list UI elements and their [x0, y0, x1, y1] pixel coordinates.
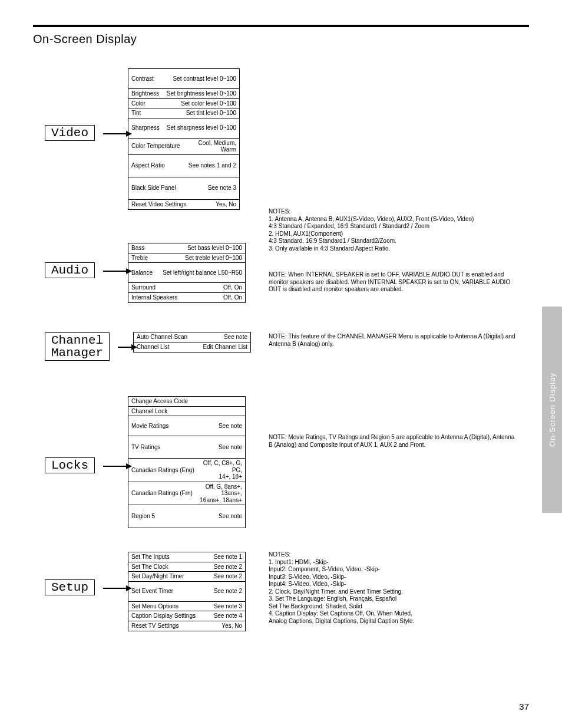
video-notes: NOTES: 1. Antenna A, Antenna B, AUX1(S-V…	[269, 208, 474, 252]
setup-row-label: Set Menu Options	[128, 602, 181, 611]
setup-row-value: See note 2	[187, 572, 245, 581]
setup-row: Caption Display SettingsSee note 4	[128, 611, 245, 621]
audio-row: BalanceSet left/right balance L50~R50	[128, 263, 245, 283]
video-row-label: Reset Video Settings	[128, 200, 189, 209]
locks-row-value: See note	[171, 421, 245, 431]
audio-notes: NOTE: When INTERNAL SPEAKER is set to OF…	[269, 271, 516, 294]
locks-row-label: Channel Lock	[128, 407, 170, 416]
locks-row-label: Change Access Code	[128, 397, 191, 406]
setup-row-value: See note 3	[181, 602, 245, 611]
video-row: BrightnessSet brightness level 0~100	[128, 89, 239, 99]
setup-row-value: See note 2	[171, 562, 245, 572]
setup-notes: NOTES: 1. Input1: HDMI, -Skip- Input2: C…	[269, 551, 528, 625]
setup-row: Reset TV SettingsYes, No	[128, 621, 245, 631]
audio-row: TrebleSet treble level 0~100	[128, 253, 245, 263]
setup-row-value: See note 2	[176, 587, 245, 596]
video-row-value: Set brightness level 0~100	[162, 89, 239, 98]
setup-row-value: See note 1	[173, 552, 245, 562]
channel-row-label: Channel List	[134, 342, 173, 352]
locks-row-value: Off, C, C8+, G, PG, 14+, 18+	[197, 459, 245, 482]
locks-row: Region 5See note	[128, 505, 245, 528]
locks-row: Canadian Ratings (Frn)Off, G, 8ans+, 13a…	[128, 482, 245, 506]
channel-row-value: See note	[190, 332, 250, 342]
audio-row-label: Balance	[128, 268, 156, 278]
video-row: ContrastSet contrast level 0~100	[128, 69, 239, 89]
locks-table: Change Access CodeChannel LockMovie Rati…	[128, 396, 246, 528]
video-menu-box: Video	[45, 125, 95, 141]
setup-row: Set Day/Night TimerSee note 2	[128, 572, 245, 582]
setup-table: Set The InputsSee note 1Set The ClockSee…	[128, 552, 246, 631]
audio-row-label: Treble	[128, 253, 151, 263]
channel-row: Auto Channel ScanSee note	[134, 332, 250, 342]
channel-menu-box: Channel Manager	[45, 332, 110, 361]
video-row: Aspect RatioSee notes 1 and 2	[128, 155, 239, 177]
channel-notes: NOTE: This feature of the CHANNEL MANAGE…	[269, 333, 516, 348]
video-row: Reset Video SettingsYes, No	[128, 200, 239, 209]
audio-row-label: Surround	[128, 283, 158, 292]
video-row-value: Set sharpness level 0~100	[163, 123, 239, 133]
locks-row: Change Access Code	[128, 397, 245, 407]
locks-arrow-icon	[103, 466, 131, 467]
channel-row: Channel ListEdit Channel List	[134, 342, 250, 352]
locks-row: TV RatingsSee note	[128, 436, 245, 459]
locks-notes: NOTE: Movie Ratings, TV Ratings and Regi…	[269, 434, 516, 449]
audio-menu-box: Audio	[45, 262, 95, 278]
video-row-label: Color	[128, 99, 148, 108]
video-table: ContrastSet contrast level 0~100Brightne…	[128, 68, 240, 210]
audio-row-value: Set left/right balance L50~R50	[156, 268, 245, 278]
locks-row-value: See note	[163, 443, 245, 452]
video-row-label: Aspect Ratio	[128, 161, 168, 170]
setup-row: Set The ClockSee note 2	[128, 562, 245, 572]
channel-row-value: Edit Channel List	[173, 342, 250, 352]
setup-row: Set The InputsSee note 1	[128, 552, 245, 562]
page-root: On-Screen Display On-Screen Display 37 V…	[0, 0, 562, 728]
channel-row-label: Auto Channel Scan	[134, 332, 190, 342]
setup-row-label: Set The Inputs	[128, 552, 173, 562]
video-row-label: Brightness	[128, 89, 162, 98]
setup-row-label: Reset TV Settings	[128, 621, 181, 631]
setup-arrow-icon	[103, 588, 131, 589]
side-tab: On-Screen Display	[542, 307, 562, 513]
locks-row-label: TV Ratings	[128, 443, 163, 452]
setup-menu-box: Setup	[45, 579, 95, 595]
setup-row-label: Caption Display Settings	[128, 611, 199, 621]
locks-row-label: Canadian Ratings (Eng)	[128, 466, 197, 475]
audio-row-label: Bass	[128, 243, 147, 253]
setup-row-value: Yes, No	[181, 621, 245, 631]
locks-row-label: Region 5	[128, 512, 158, 521]
locks-row-value	[191, 400, 245, 403]
video-row: ColorSet color level 0~100	[128, 99, 239, 109]
video-row: TintSet tint level 0~100	[128, 108, 239, 118]
video-row-value: Set tint level 0~100	[144, 108, 239, 118]
video-row-label: Tint	[128, 108, 144, 118]
video-row-value: See notes 1 and 2	[168, 161, 239, 170]
locks-row-label: Movie Ratings	[128, 421, 171, 431]
audio-arrow-icon	[103, 271, 131, 272]
audio-row: SurroundOff, On	[128, 283, 245, 293]
locks-row: Canadian Ratings (Eng)Off, C, C8+, G, PG…	[128, 459, 245, 482]
video-row-label: Black Side Panel	[128, 183, 179, 193]
channel-table: Auto Channel ScanSee noteChannel ListEdi…	[133, 332, 251, 353]
audio-row-value: Off, On	[180, 293, 245, 302]
video-row-value: See note 3	[179, 183, 239, 193]
audio-row: BassSet bass level 0~100	[128, 243, 245, 253]
locks-menu-box: Locks	[45, 457, 95, 473]
audio-row-value: Off, On	[158, 283, 245, 292]
setup-row-label: Set Day/Night Timer	[128, 572, 187, 581]
locks-row-value: See note	[158, 512, 245, 521]
page-title: On-Screen Display	[33, 32, 137, 46]
locks-row-value	[170, 410, 245, 412]
video-row-value: Cool, Medium, Warm	[183, 139, 239, 154]
video-row-label: Color Temperature	[128, 141, 183, 151]
video-row-label: Sharpness	[128, 123, 163, 133]
video-arrow-icon	[103, 133, 131, 134]
setup-row-label: Set The Clock	[128, 562, 171, 572]
video-row-label: Contrast	[128, 74, 157, 84]
audio-row-value: Set treble level 0~100	[151, 253, 245, 263]
video-row: Black Side PanelSee note 3	[128, 177, 239, 200]
audio-row-label: Internal Speakers	[128, 293, 180, 302]
setup-row-value: See note 4	[199, 611, 245, 621]
video-row: SharpnessSet sharpness level 0~100	[128, 118, 239, 139]
setup-row: Set Event TimerSee note 2	[128, 582, 245, 602]
video-row-value: Set contrast level 0~100	[157, 74, 239, 84]
